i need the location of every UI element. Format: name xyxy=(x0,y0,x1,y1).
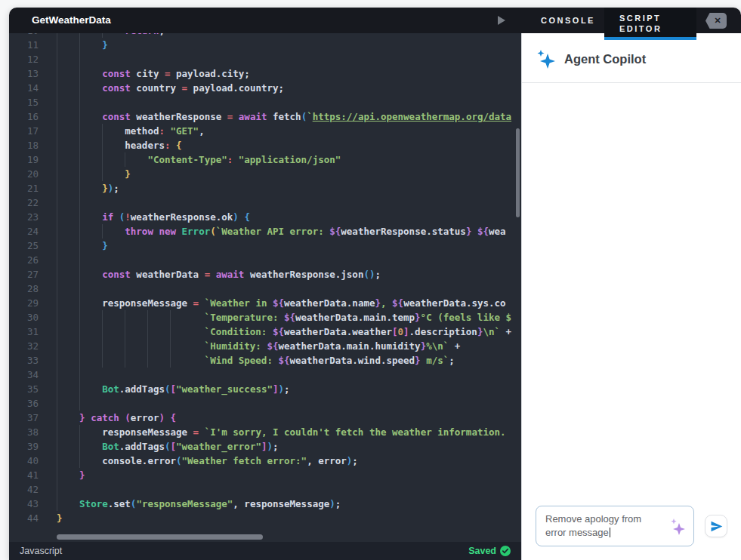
indent-guide xyxy=(79,310,102,325)
indent-guide xyxy=(57,382,79,396)
code-line[interactable]: 37} catch (error) { xyxy=(9,411,521,425)
code-line[interactable]: 29responseMessage = `Weather in ${weathe… xyxy=(9,296,521,310)
code-line[interactable]: 26 xyxy=(9,253,521,267)
line-number: 33 xyxy=(9,353,47,368)
indent-guide xyxy=(57,325,79,339)
indent-guide xyxy=(102,152,125,167)
line-number: 44 xyxy=(9,511,47,524)
line-content: } xyxy=(47,238,108,253)
tab-script-editor[interactable]: SCRIPT EDITOR xyxy=(604,8,696,40)
script-title: GetWeatherData xyxy=(32,8,111,33)
indent-guide xyxy=(57,396,79,411)
line-content xyxy=(47,282,102,296)
code-line[interactable]: 32`Humidity: ${weatherData.main.humidity… xyxy=(9,339,521,353)
copilot-title: Agent Copilot xyxy=(564,52,646,66)
indent-guide xyxy=(102,224,125,238)
vertical-scrollbar[interactable] xyxy=(516,128,520,217)
code-line[interactable]: 21}); xyxy=(9,181,521,195)
code-line[interactable]: 39Bot.addTags(["weather_error"]); xyxy=(9,439,521,454)
line-content: const weatherData = await weatherRespons… xyxy=(47,267,381,282)
indent-guide xyxy=(79,95,102,109)
code-line[interactable]: 35Bot.addTags(["weather_success"]); xyxy=(9,382,521,396)
code-line[interactable]: 18headers: { xyxy=(9,138,521,152)
indent-guide xyxy=(79,454,102,468)
indent-guide xyxy=(57,296,79,310)
indent-guide xyxy=(57,454,79,468)
indent-guide xyxy=(102,353,125,368)
close-button[interactable]: ✕ xyxy=(705,13,727,29)
code-line[interactable]: 38responseMessage = `I'm sorry, I couldn… xyxy=(9,425,521,439)
code-line[interactable]: 43Store.set("responseMessage", responseM… xyxy=(9,497,521,511)
copilot-conversation xyxy=(522,83,741,466)
saved-check-icon xyxy=(500,546,511,556)
code-line[interactable]: 16const weatherResponse = await fetch(`h… xyxy=(9,109,521,124)
line-content: "Content-Type": "application/json" xyxy=(47,152,341,167)
line-content: method: "GET", xyxy=(47,124,205,138)
indent-guide xyxy=(57,497,79,511)
indent-guide xyxy=(79,52,102,66)
code-line[interactable]: 28 xyxy=(9,282,521,296)
indent-guide xyxy=(57,439,79,454)
copilot-prompt-input[interactable]: Remove apology from error message xyxy=(536,506,694,546)
send-button[interactable] xyxy=(705,515,727,537)
code-line[interactable]: 24throw new Error(`Weather API error: ${… xyxy=(9,224,521,238)
code-line[interactable]: 44} xyxy=(9,511,521,524)
code-editor[interactable]: 10return;11}1213const city = payload.cit… xyxy=(9,33,521,560)
code-line[interactable]: 36 xyxy=(9,396,521,411)
code-line[interactable]: 14const country = payload.country; xyxy=(9,81,521,95)
line-content: } catch (error) { xyxy=(47,411,176,425)
code-line[interactable]: 41} xyxy=(9,468,521,482)
indent-guide xyxy=(57,52,79,66)
code-line[interactable]: 20} xyxy=(9,167,521,181)
line-number: 32 xyxy=(9,339,47,353)
indent-guide xyxy=(79,267,102,282)
indent-guide xyxy=(57,152,79,167)
line-number: 18 xyxy=(9,138,47,152)
code-line[interactable]: 31`Condition: ${weatherData.weather[0].d… xyxy=(9,325,521,339)
line-content: `Temperature: ${weatherData.main.temp}°C… xyxy=(47,310,511,325)
code-line[interactable]: 11} xyxy=(9,38,521,52)
code-area[interactable]: 10return;11}1213const city = payload.cit… xyxy=(9,33,521,524)
indent-guide xyxy=(79,38,102,52)
indent-guide xyxy=(57,353,79,368)
indent-guide xyxy=(79,124,102,138)
code-line[interactable]: 15 xyxy=(9,95,521,109)
indent-guide xyxy=(125,310,147,325)
indent-guide xyxy=(79,396,102,411)
code-line[interactable]: 12 xyxy=(9,52,521,66)
indent-guide xyxy=(57,95,79,109)
copilot-footer: Remove apology from error message xyxy=(522,506,741,546)
language-label: Javascript xyxy=(20,546,62,556)
line-content: } xyxy=(47,167,131,181)
line-number: 23 xyxy=(9,210,47,224)
code-line[interactable]: 13const city = payload.city; xyxy=(9,66,521,81)
line-content xyxy=(47,482,79,497)
indent-guide xyxy=(57,210,79,224)
line-number: 41 xyxy=(9,468,47,482)
line-number: 12 xyxy=(9,52,47,66)
indent-guide xyxy=(57,425,79,439)
indent-guide xyxy=(79,382,102,396)
code-line[interactable]: 25} xyxy=(9,238,521,253)
code-line[interactable]: 22 xyxy=(9,195,521,210)
code-line[interactable]: 34 xyxy=(9,368,521,382)
code-line[interactable]: 27const weatherData = await weatherRespo… xyxy=(9,267,521,282)
code-line[interactable]: 42 xyxy=(9,482,521,497)
line-content: } xyxy=(47,468,85,482)
horizontal-scrollbar[interactable] xyxy=(57,534,263,540)
line-number: 15 xyxy=(9,95,47,109)
indent-guide xyxy=(79,339,102,353)
code-line[interactable]: 19"Content-Type": "application/json" xyxy=(9,152,521,167)
code-line[interactable]: 17method: "GET", xyxy=(9,124,521,138)
close-icon: ✕ xyxy=(705,13,727,29)
code-line[interactable]: 23if (!weatherResponse.ok) { xyxy=(9,210,521,224)
line-number: 38 xyxy=(9,425,47,439)
code-line[interactable]: 40console.error("Weather fetch error:", … xyxy=(9,454,521,468)
indent-guide xyxy=(57,310,79,325)
code-line[interactable]: 30`Temperature: ${weatherData.main.temp}… xyxy=(9,310,521,325)
editor-status-bar: Javascript Saved xyxy=(9,542,521,560)
indent-guide xyxy=(57,81,79,95)
tab-console[interactable]: CONSOLE xyxy=(530,8,606,33)
code-line[interactable]: 33`Wind Speed: ${weatherData.wind.speed}… xyxy=(9,353,521,368)
run-script-button[interactable] xyxy=(492,12,511,29)
